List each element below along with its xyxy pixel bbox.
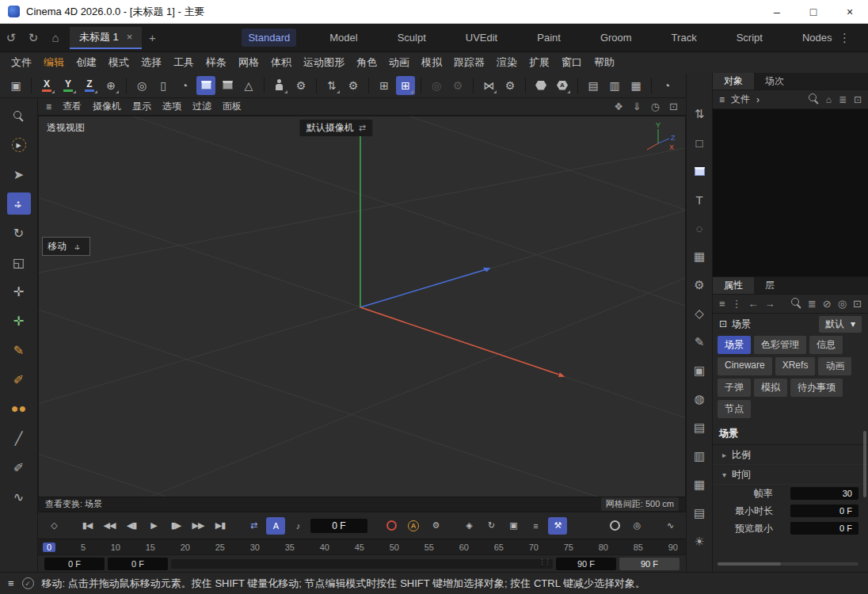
axis-mode-icon[interactable]: ▯ (154, 76, 173, 95)
layout-tab-nodes[interactable]: Nodes (796, 29, 839, 47)
range-end-field-2[interactable]: 90 F (619, 558, 680, 570)
menu-character[interactable]: 角色 (356, 55, 377, 70)
min-time-input[interactable]: 0 F (790, 505, 858, 517)
maximize-button[interactable]: □ (795, 0, 832, 23)
spline-pen-tool-icon[interactable]: ✎ (7, 339, 31, 361)
new-tab-button[interactable]: + (142, 31, 162, 44)
axis-gizmo[interactable]: Y Z X (639, 121, 676, 154)
quantize-icon[interactable]: ⊞ (396, 76, 415, 95)
keyframe-diamond-icon[interactable]: ◇ (44, 517, 63, 535)
menu-mesh[interactable]: 网格 (238, 55, 259, 70)
spline-smooth-tool-icon[interactable]: ∿ (7, 485, 31, 508)
group-scale[interactable]: ▸ 比例 (713, 445, 868, 465)
select-cursor-icon[interactable]: ➤ (7, 163, 31, 185)
axis-y-button[interactable]: Y (59, 76, 78, 95)
home-icon[interactable]: ⌂ (44, 31, 67, 44)
attr-filter-icon[interactable]: ≣ (808, 298, 817, 310)
menu-volume[interactable]: 体积 (271, 55, 291, 70)
next-frame-button[interactable]: ▮▶ (166, 517, 185, 535)
viewport-menu-camera[interactable]: 摄像机 (93, 100, 121, 113)
playhead[interactable]: 0 (43, 543, 55, 552)
cat-scene[interactable]: 场景 (718, 336, 751, 354)
camera-view-icon[interactable]: ▤ (689, 504, 710, 523)
key-rotation-icon[interactable]: ↻ (482, 517, 501, 535)
camera-swap-icon[interactable]: ⇄ (359, 123, 366, 133)
cat-todo[interactable]: 待办事项 (790, 379, 843, 397)
cat-bullet[interactable]: 子弹 (718, 379, 751, 397)
timeline-panel-icon[interactable]: ▤ (689, 418, 710, 437)
menu-mode[interactable]: 模式 (108, 55, 129, 70)
scale-tool-icon[interactable]: ◱ (7, 251, 31, 273)
group-time[interactable]: ▾ 时间 (713, 465, 868, 485)
menu-mograph[interactable]: 运动图形 (303, 55, 345, 70)
light-object-icon[interactable]: ☀ (689, 532, 710, 551)
menu-tracker[interactable]: 跟踪器 (454, 55, 485, 70)
viewport-menu-display[interactable]: 显示 (132, 100, 151, 113)
layout-menu-kebab-icon[interactable]: ⋮ (839, 31, 851, 45)
cat-animation[interactable]: 动画 (818, 357, 851, 375)
sound-icon[interactable]: ♪ (288, 517, 307, 535)
prev-frame-button[interactable]: ◀▮ (122, 517, 141, 535)
play-button[interactable]: ▶ (144, 517, 163, 535)
stage-object-icon[interactable]: ◍ (689, 390, 710, 409)
pan-view-icon[interactable]: ❖ (614, 101, 623, 112)
attr-target-icon[interactable]: ◎ (838, 298, 847, 310)
keying-settings-gear-icon[interactable]: ⚙ (426, 517, 445, 535)
om-external-icon[interactable]: ⊡ (854, 94, 862, 105)
goto-start-button[interactable]: ▮◀ (78, 517, 97, 535)
layout-tab-track[interactable]: Track (665, 29, 703, 47)
timeline-window-icon[interactable]: ▤ (584, 76, 603, 95)
range-start-field[interactable]: 0 F (44, 558, 105, 570)
status-menu-icon[interactable]: ≡ (8, 577, 14, 589)
viewport-menu-options[interactable]: 选项 (162, 100, 181, 113)
transform-tool-icon[interactable]: ✛ (7, 280, 31, 303)
menu-spline[interactable]: 样条 (206, 55, 227, 70)
symmetry-settings-gear-icon[interactable]: ⚙ (501, 76, 520, 95)
dashed-pen-tool-icon[interactable]: ✐ (7, 456, 31, 478)
cloner-object-icon[interactable]: ▦ (689, 247, 710, 266)
viewport-menu-view[interactable]: 查看 (63, 100, 82, 113)
preview-min-input[interactable]: 0 F (790, 522, 858, 535)
move-tool-icon[interactable] (7, 192, 31, 215)
layout-tab-uvedit[interactable]: UVEdit (459, 29, 504, 47)
perspective-viewport[interactable]: 透视视图 默认摄像机 ⇄ Y Z X 移动 (38, 116, 686, 512)
layout-tab-script[interactable]: Script (730, 29, 769, 47)
om-search-icon[interactable] (809, 93, 819, 106)
sketch-pen-tool-icon[interactable]: ✐ (7, 368, 31, 390)
world-coordinates-icon[interactable]: ⊕ (101, 76, 120, 95)
viewport-menu-panel[interactable]: 面板 (223, 100, 242, 113)
pivot-settings-gear-icon[interactable]: ⚙ (344, 76, 363, 95)
attributes-scrollbar[interactable] (863, 431, 866, 497)
menu-file[interactable]: 文件 (11, 55, 32, 70)
point-mode-icon[interactable] (218, 76, 237, 95)
layout-tab-sculpt[interactable]: Sculpt (391, 29, 432, 47)
snap-icon[interactable]: ⊞ (375, 76, 394, 95)
tab-attributes[interactable]: 属性 (713, 277, 754, 294)
om-chevron-icon[interactable]: › (756, 94, 760, 105)
auto-loop-icon[interactable]: A (266, 517, 285, 535)
workplane-auto-icon[interactable]: A (553, 76, 572, 95)
cat-xrefs[interactable]: XRefs (775, 357, 816, 375)
axis-x-button[interactable]: X (37, 76, 56, 95)
spline-primitive-icon[interactable]: □ (689, 133, 710, 152)
menu-extensions[interactable]: 扩展 (529, 55, 550, 70)
axis-z-button[interactable]: Z (80, 76, 99, 95)
om-menu-icon[interactable]: ≡ (719, 94, 725, 105)
range-start-field-2[interactable]: 0 F (108, 558, 168, 570)
time-icon[interactable]: ◷ (651, 101, 660, 112)
send-to-picture-viewer-icon[interactable]: ⇓ (633, 101, 641, 112)
instance-object-icon[interactable]: ◌ (689, 219, 710, 238)
dopesheet-window-icon[interactable]: ▥ (605, 76, 624, 95)
menu-render[interactable]: 渲染 (497, 55, 517, 70)
layout-tab-paint[interactable]: Paint (531, 29, 567, 47)
symmetry-icon[interactable]: ⋈ (479, 76, 498, 95)
om-file-menu[interactable]: 文件 (731, 93, 750, 106)
record-button[interactable] (382, 517, 401, 535)
fcurve-window-icon[interactable]: ▦ (626, 76, 645, 95)
camera-object-icon[interactable]: ▦ (689, 475, 710, 494)
undo-icon[interactable]: ↺ (0, 31, 22, 45)
key-parameter-icon[interactable]: ≡ (526, 517, 545, 535)
timeline-ruler[interactable]: 0 5 10 15 20 25 30 35 40 45 50 55 60 65 … (38, 539, 686, 554)
record-objects-icon[interactable] (605, 517, 624, 535)
close-button[interactable]: × (832, 0, 868, 23)
